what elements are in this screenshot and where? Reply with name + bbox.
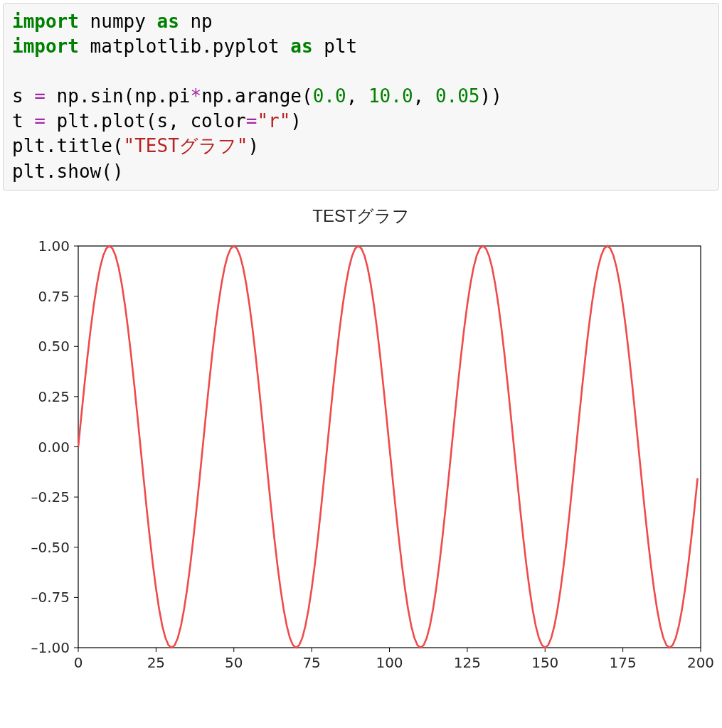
keyword-as: as	[157, 11, 179, 32]
y-tick-label: 0.50	[38, 338, 70, 355]
y-tick-label: 1.00	[38, 237, 70, 255]
x-tick-label: 150	[531, 654, 558, 671]
code-line-1: import numpy as np	[12, 11, 213, 32]
y-tick-label: 0.25	[38, 388, 70, 405]
code-line-5: plt.title("TESTグラフ")	[12, 135, 259, 156]
y-tick-label: –0.50	[31, 538, 70, 555]
code-line-2: import matplotlib.pyplot as plt	[12, 36, 357, 57]
x-tick-label: 50	[225, 654, 243, 671]
y-tick-label: 0.75	[38, 287, 70, 304]
x-tick-label: 75	[302, 654, 320, 671]
x-tick-label: 0	[74, 654, 83, 671]
series-line	[78, 246, 698, 648]
chart-svg: 0255075100125150175200–1.00–0.75–0.50–0.…	[7, 232, 715, 687]
keyword-as: as	[290, 36, 312, 57]
y-tick-label: 0.00	[38, 438, 70, 455]
code-line-6: plt.show()	[12, 161, 124, 182]
y-tick-label: –1.00	[31, 639, 70, 656]
keyword-import: import	[12, 11, 79, 32]
y-tick-label: –0.25	[31, 488, 70, 505]
keyword-import: import	[12, 36, 79, 57]
x-tick-label: 25	[147, 654, 165, 671]
code-line-3: s = np.sin(np.pi*np.arange(0.0, 10.0, 0.…	[12, 85, 502, 107]
chart-title: TESTグラフ	[7, 205, 715, 228]
y-tick-label: –0.75	[31, 589, 70, 606]
code-block: import numpy as np import matplotlib.pyp…	[3, 3, 719, 191]
chart-container: TESTグラフ 0255075100125150175200–1.00–0.75…	[0, 205, 722, 701]
x-tick-label: 100	[376, 654, 403, 671]
x-tick-label: 125	[454, 654, 481, 671]
code-line-4: t = plt.plot(s, color="r")	[12, 110, 302, 132]
x-tick-label: 175	[610, 654, 637, 671]
x-tick-label: 200	[687, 654, 714, 671]
